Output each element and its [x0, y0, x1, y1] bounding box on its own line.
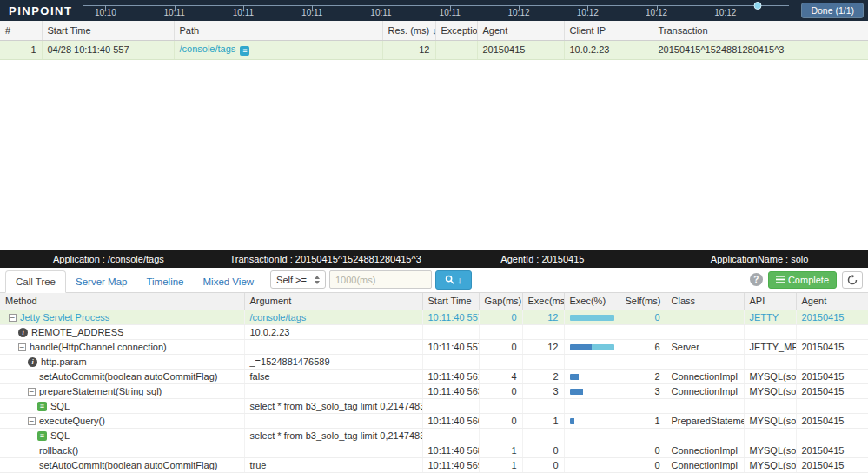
argument-value: false: [250, 371, 270, 382]
collapse-icon[interactable]: −: [28, 417, 36, 425]
timeline-tick-label: 10:12: [577, 8, 599, 17]
ct-cell-api: MYSQL(solo): [744, 458, 796, 473]
ct-cell-gap: [479, 325, 522, 340]
calltree-row[interactable]: −handle(HttpChannel connection)10:11:40 …: [0, 340, 868, 355]
ct-col-argument[interactable]: Argument: [244, 293, 422, 310]
ct-cell-start-time: 10:11:40 569: [422, 458, 479, 473]
ct-cell-exec: 2: [522, 370, 564, 384]
ct-col-class[interactable]: Class: [666, 293, 744, 310]
ct-cell-argument: true: [244, 458, 422, 473]
done-button[interactable]: Done (1/1): [801, 3, 864, 18]
calltree-row[interactable]: −prepareStatement(String sql)10:11:40 56…: [0, 384, 868, 399]
ct-cell-self: [620, 399, 666, 414]
ct-cell-argument: _=1524881476589: [244, 355, 422, 370]
ct-cell-agent: [796, 355, 868, 370]
ct-cell-start-time: [422, 429, 479, 443]
exec-bar: [570, 418, 614, 424]
collapse-icon[interactable]: −: [28, 388, 36, 396]
timeline-tick-label: 10:11: [370, 8, 391, 17]
txn-col-num[interactable]: #: [0, 21, 42, 40]
timeline-scrubber[interactable]: 10:1010:1110:1110:1110:1110:1110:1210:12…: [83, 0, 789, 21]
argument-value[interactable]: /console/tags: [250, 312, 307, 323]
help-icon[interactable]: ?: [750, 273, 763, 286]
method-label: setAutoCommit(boolean autoCommitFlag): [39, 460, 217, 470]
ct-cell-argument: [244, 414, 422, 429]
info-icon: i: [18, 328, 28, 337]
txn-col-label: Agent: [483, 25, 508, 36]
ct-cell-class: [666, 325, 744, 340]
timeline-tick-label: 10:11: [233, 8, 254, 17]
method-label: prepareStatement(String sql): [39, 386, 162, 396]
ct-cell-exec-pct: [564, 429, 620, 443]
ct-cell-exec-pct: [564, 414, 620, 429]
exec-bar: [570, 374, 614, 380]
ct-col-start-time[interactable]: Start Time: [422, 293, 479, 310]
info-icon: i: [28, 357, 37, 367]
ct-cell-exec: [522, 355, 564, 370]
ct-col-exec-pct[interactable]: Exec(%): [564, 293, 620, 310]
txn-col-exception[interactable]: Exception: [435, 21, 477, 40]
ct-cell-class: [666, 355, 744, 370]
ct-cell-gap: 0: [479, 310, 522, 325]
method-label: handle(HttpChannel connection): [30, 342, 167, 352]
calltree-row[interactable]: ihttp.param_=1524881476589: [0, 355, 868, 370]
collapse-icon[interactable]: −: [9, 314, 17, 322]
complete-label: Complete: [788, 275, 829, 285]
ct-cell-agent: 20150415: [796, 310, 868, 325]
calltree-row[interactable]: iREMOTE_ADDRESS10.0.2.23: [0, 325, 868, 340]
exec-bar-total-segment: [592, 344, 614, 350]
filter-type-value: Self >=: [276, 275, 307, 285]
txn-col-label: #: [5, 25, 10, 36]
ct-cell-exec-pct: [564, 458, 620, 473]
calltree-row[interactable]: −executeQuery()10:11:40 566011PreparedSt…: [0, 414, 868, 429]
ct-col-exec[interactable]: Exec(ms): [522, 293, 564, 310]
calltree-row[interactable]: rollback()10:11:40 568100ConnectionImplM…: [0, 443, 868, 458]
filter-type-select[interactable]: Self >=: [270, 270, 326, 289]
tab-server-map[interactable]: Server Map: [66, 271, 136, 292]
tab-call-tree[interactable]: Call Tree: [5, 270, 66, 293]
txn-col-path[interactable]: Path: [174, 21, 382, 40]
ct-col-agent[interactable]: Agent: [796, 293, 868, 310]
txn-header-row: #Start TimePathRes. (ms)↓ExceptionAgentC…: [0, 21, 868, 40]
ct-cell-argument: /console/tags: [244, 310, 422, 325]
refresh-button[interactable]: [842, 271, 863, 289]
ct-cell-exec-pct: [564, 399, 620, 414]
collapse-icon[interactable]: −: [18, 343, 26, 351]
ct-cell-self: 1: [620, 414, 666, 429]
calltree-row[interactable]: −Jetty Servlet Process/console/tags10:11…: [0, 310, 868, 325]
path-detail-icon[interactable]: ≡: [240, 46, 249, 56]
calltree-row[interactable]: setAutoCommit(boolean autoCommitFlag)fal…: [0, 370, 868, 384]
calltree-row[interactable]: ≡SQLselect * from b3_solo_tag limit 0,21…: [0, 399, 868, 414]
txn-col-client-ip[interactable]: Client IP: [564, 21, 653, 40]
sort-desc-icon: ↓: [432, 25, 435, 36]
ct-col-api[interactable]: API: [744, 293, 796, 310]
ct-cell-start-time: 10:11:40 566: [422, 414, 479, 429]
tab-mixed-view[interactable]: Mixed View: [194, 271, 264, 292]
info-application-name: ApplicationName : solo: [651, 254, 868, 264]
ct-col-self[interactable]: Self(ms): [620, 293, 666, 310]
complete-button[interactable]: Complete: [768, 271, 837, 289]
search-button[interactable]: ↓: [435, 270, 472, 290]
calltree-row[interactable]: ≡SQLselect * from b3_solo_tag limit 0,21…: [0, 429, 868, 443]
ct-cell-argument: false: [244, 370, 422, 384]
path-link[interactable]: /console/tags: [180, 43, 236, 54]
calltree-row[interactable]: setAutoCommit(boolean autoCommitFlag)tru…: [0, 458, 868, 473]
txn-col-start-time[interactable]: Start Time: [42, 21, 174, 40]
timeline-handle[interactable]: [753, 2, 761, 10]
ct-cell-class: ConnectionImpl: [666, 384, 744, 399]
ct-cell-start-time: 10:11:40 557: [422, 310, 479, 325]
ct-cell-agent: 20150415: [796, 340, 868, 355]
filter-ms-input[interactable]: [329, 270, 432, 289]
refresh-icon: [847, 275, 858, 285]
top-bar: PINPOINT 10:1010:1110:1110:1110:1110:111…: [0, 0, 868, 21]
txn-col-res[interactable]: Res. (ms)↓: [382, 21, 435, 40]
tree-node: −executeQuery(): [5, 416, 239, 426]
tab-timeline[interactable]: Timeline: [136, 271, 193, 292]
ct-cell-start-time: 10:11:40 563: [422, 384, 479, 399]
txn-col-agent[interactable]: Agent: [477, 21, 564, 40]
ct-col-method[interactable]: Method: [0, 293, 244, 310]
ct-cell-class: [666, 399, 744, 414]
transaction-row[interactable]: 104/28 10:11:40 557/console/tags≡1220150…: [0, 40, 868, 59]
ct-col-gap[interactable]: Gap(ms): [479, 293, 522, 310]
txn-col-transaction[interactable]: Transaction: [653, 21, 868, 40]
